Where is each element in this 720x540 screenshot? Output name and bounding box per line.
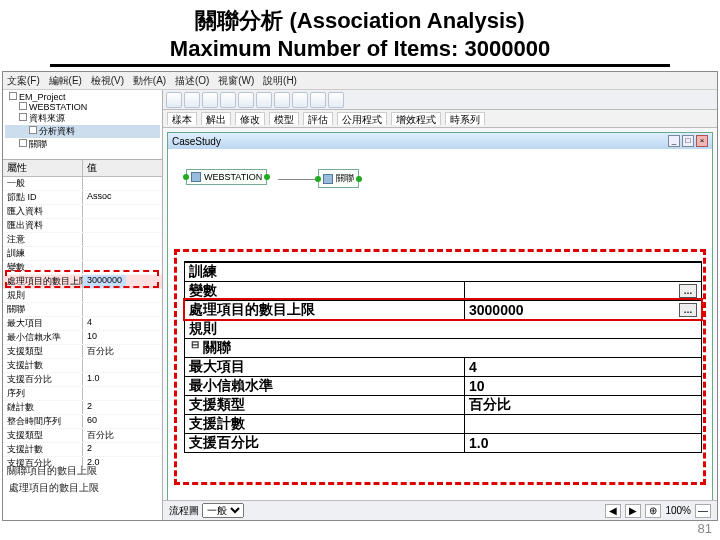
status-label: 流程圖 [169, 505, 199, 516]
folder-icon [19, 102, 27, 110]
prop-row[interactable]: 規則 [3, 289, 162, 303]
prop-row[interactable]: 支援計數 [3, 359, 162, 373]
tab-assess[interactable]: 評估 [303, 112, 333, 125]
status-bar: 流程圖 一般 ◀ ▶ ⊕ 100% — [163, 500, 717, 520]
tab-bar: 樣本 解出 修改 模型 評估 公用程式 增效程式 時系列 [163, 110, 717, 128]
toolbar-button[interactable] [202, 92, 218, 108]
prop-row[interactable]: 變數 [3, 261, 162, 275]
left-pane: EM_Project WEBSTATION 資料來源 分析資料 關聯 屬性 值 … [3, 90, 163, 520]
diagram-title: CaseStudy [172, 136, 221, 147]
folder-icon [19, 113, 27, 121]
right-pane: 樣本 解出 修改 模型 評估 公用程式 增效程式 時系列 CaseStudy _… [163, 90, 717, 520]
prop-row[interactable]: 匯入資料 [3, 205, 162, 219]
toolbar-button[interactable] [328, 92, 344, 108]
menu-bar: 文案(F) 編輯(E) 檢視(V) 動作(A) 描述(O) 視窗(W) 說明(H… [3, 72, 717, 90]
row-support-count[interactable]: 支援計數 [185, 414, 701, 433]
row-max-items-processed[interactable]: 處理項目的數目上限 3000000… [185, 300, 701, 319]
flow-connector [278, 179, 316, 180]
menu-desc[interactable]: 描述(O) [175, 75, 209, 86]
menu-file[interactable]: 文案(F) [7, 75, 40, 86]
row-variables[interactable]: 變數 … [185, 281, 701, 300]
association-icon [323, 174, 333, 184]
prop-row[interactable]: 注意 [3, 233, 162, 247]
menu-help[interactable]: 說明(H) [263, 75, 297, 86]
node-webstation[interactable]: WEBSTATION [186, 169, 267, 185]
toolbar-button[interactable] [292, 92, 308, 108]
toolbar-button[interactable] [274, 92, 290, 108]
tab-sample[interactable]: 樣本 [167, 112, 197, 125]
prop-row[interactable]: 序列 [3, 387, 162, 401]
association-properties-table: 訓練 變數 … 處理項目的數目上限 3000000… 規則 ⊟ 關聯 最大項目4 [184, 261, 702, 453]
prop-row[interactable]: 支援百分比1.0 [3, 373, 162, 387]
toolbar-button[interactable] [238, 92, 254, 108]
prop-row[interactable]: 一般 [3, 177, 162, 191]
menu-view[interactable]: 檢視(V) [91, 75, 124, 86]
diagram-window: CaseStudy _ □ × WEBSTATION 關聯 [167, 132, 713, 508]
menu-action[interactable]: 動作(A) [133, 75, 166, 86]
section-association: ⊟ 關聯 [185, 338, 701, 357]
toolbar-button[interactable] [166, 92, 182, 108]
nav-prev-button[interactable]: ◀ [605, 504, 621, 518]
ellipsis-button[interactable]: … [679, 284, 697, 298]
nav-next-button[interactable]: ▶ [625, 504, 641, 518]
toolbar-button[interactable] [256, 92, 272, 108]
prop-row[interactable]: 關聯 [3, 303, 162, 317]
zoom-fit-button[interactable]: ⊕ [645, 504, 661, 518]
section-train: 訓練 [185, 262, 701, 281]
node-association[interactable]: 關聯 [318, 169, 359, 188]
window-minimize-button[interactable]: _ [668, 135, 680, 147]
row-max-items[interactable]: 最大項目4 [185, 357, 701, 376]
tab-model[interactable]: 模型 [269, 112, 299, 125]
toolbar-button[interactable] [220, 92, 236, 108]
window-maximize-button[interactable]: □ [682, 135, 694, 147]
menu-edit[interactable]: 編輯(E) [49, 75, 82, 86]
slide-title: 關聯分析 (Association Analysis) [0, 0, 720, 36]
value-max-items[interactable]: 3000000 [469, 302, 524, 318]
prop-row[interactable]: 支援類型百分比 [3, 429, 162, 443]
node-icon [29, 126, 37, 134]
project-tree[interactable]: EM_Project WEBSTATION 資料來源 分析資料 關聯 [3, 90, 162, 160]
prop-row[interactable]: 處理項目的數目上限3000000 [3, 275, 162, 289]
row-support-percent[interactable]: 支援百分比1.0 [185, 433, 701, 452]
prop-row[interactable]: 支援計數2 [3, 443, 162, 457]
ellipsis-button[interactable]: … [679, 303, 697, 317]
prop-row[interactable]: 鏈計數2 [3, 401, 162, 415]
prop-row[interactable]: 訓練 [3, 247, 162, 261]
menu-window[interactable]: 視窗(W) [218, 75, 254, 86]
view-mode-select[interactable]: 一般 [202, 503, 244, 518]
collapse-icon[interactable]: ⊟ [191, 339, 199, 350]
zoom-controls: ◀ ▶ ⊕ 100% — [605, 504, 711, 518]
row-min-confidence[interactable]: 最小信賴水準10 [185, 376, 701, 395]
left-footer-1: 關聯項目的數目上限 [7, 464, 97, 478]
prop-row[interactable]: 節點 IDAssoc [3, 191, 162, 205]
page-number: 81 [698, 521, 712, 536]
prop-row[interactable]: 最小信賴水準10 [3, 331, 162, 345]
prop-row[interactable]: 整合時間序列60 [3, 415, 162, 429]
tab-credit[interactable]: 增效程式 [391, 112, 441, 125]
left-footer-2: 處理項目的數目上限 [7, 480, 101, 496]
prop-row[interactable]: 匯出資料 [3, 219, 162, 233]
tab-utility[interactable]: 公用程式 [337, 112, 387, 125]
toolbar-button[interactable] [184, 92, 200, 108]
window-close-button[interactable]: × [696, 135, 708, 147]
left-prop-grid[interactable]: 一般節點 IDAssoc匯入資料匯出資料注意訓練變數處理項目的數目上限30000… [3, 177, 162, 467]
app-window: 文案(F) 編輯(E) 檢視(V) 動作(A) 描述(O) 視窗(W) 說明(H… [2, 71, 718, 521]
section-rules: 規則 [185, 319, 701, 338]
folder-icon [9, 92, 17, 100]
folder-icon [19, 139, 27, 147]
zoom-level: 100% [665, 505, 691, 516]
prop-row[interactable]: 最大項目4 [3, 317, 162, 331]
tab-explore[interactable]: 解出 [201, 112, 231, 125]
diagram-titlebar: CaseStudy _ □ × [168, 133, 712, 149]
tab-modify[interactable]: 修改 [235, 112, 265, 125]
zoom-slider[interactable]: — [695, 504, 711, 518]
tab-timeseries[interactable]: 時系列 [445, 112, 485, 125]
prop-row[interactable]: 支援類型百分比 [3, 345, 162, 359]
toolbar-button[interactable] [310, 92, 326, 108]
slide-subtitle: Maximum Number of Items: 3000000 [50, 36, 670, 67]
datasource-icon [191, 172, 201, 182]
main-toolbar [163, 90, 717, 110]
left-prop-header: 屬性 值 [3, 160, 162, 177]
row-support-type[interactable]: 支援類型百分比 [185, 395, 701, 414]
diagram-canvas[interactable]: WEBSTATION 關聯 [168, 149, 712, 259]
